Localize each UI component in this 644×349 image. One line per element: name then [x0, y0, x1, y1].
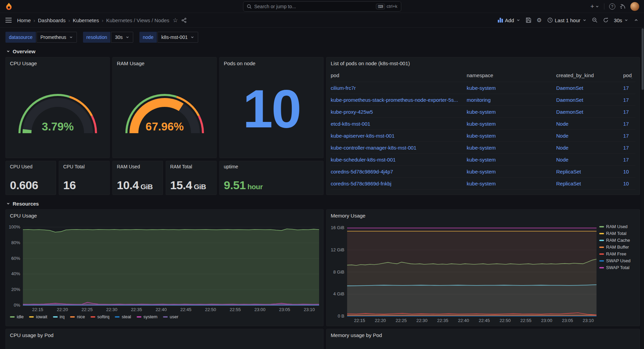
panel-title[interactable]: CPU Usage	[6, 57, 109, 69]
hamburger-menu-icon[interactable]	[5, 18, 12, 23]
memory-usage-chart[interactable]: 0 B4 GiB8 GiB12 GiB16 GiB22:1522:2022:25…	[328, 221, 599, 324]
table-cell-link[interactable]: kube-system	[467, 157, 496, 163]
section-resources-toggle[interactable]: Resources	[5, 198, 640, 209]
table-cell-link[interactable]: cilium-frc7r	[331, 85, 356, 91]
help-icon[interactable]: ?	[609, 3, 615, 10]
zoom-out-button[interactable]	[592, 17, 598, 23]
node-select[interactable]: k8s-mst-001	[157, 32, 198, 43]
legend-item[interactable]: RAM Free	[599, 251, 626, 256]
table-cell-link[interactable]: 10	[623, 181, 629, 186]
pods-count-value: 10	[220, 66, 323, 151]
breadcrumb-kubernetes[interactable]: Kubernetes	[73, 17, 99, 23]
table-cell-link[interactable]: 17	[623, 121, 629, 127]
grafana-logo[interactable]	[5, 2, 13, 11]
datasource-select[interactable]: Prometheus	[37, 32, 77, 43]
dashboard-settings-button[interactable]: ⚙	[537, 17, 542, 24]
breadcrumb-dashboards[interactable]: Dashboards	[38, 17, 66, 23]
table-cell-link[interactable]: 17	[623, 145, 629, 151]
search-bar[interactable]: ⌨ ctrl+k	[243, 1, 401, 12]
legend-item[interactable]: SWAP Total	[599, 265, 629, 270]
time-range-picker[interactable]: Last 1 hour	[547, 17, 587, 23]
table-cell-link[interactable]: 17	[623, 133, 629, 139]
legend-item[interactable]: idle	[10, 314, 24, 319]
breadcrumb-home[interactable]: Home	[17, 17, 31, 23]
legend-item[interactable]: RAM Cache	[599, 238, 630, 243]
table-cell-link[interactable]: Node	[556, 121, 568, 127]
table-cell-link[interactable]: kube-system	[467, 169, 496, 174]
panel-title[interactable]: RAM Used	[113, 161, 163, 169]
table-cell-link[interactable]: kube-apiserver-k8s-mst-001	[331, 133, 395, 139]
legend-item[interactable]: user	[163, 314, 178, 319]
legend-item[interactable]: RAM Total	[599, 231, 627, 236]
table-cell-link[interactable]: kube-system	[467, 109, 496, 115]
save-dashboard-button[interactable]	[526, 17, 531, 23]
panel-title[interactable]: RAM Usage	[113, 57, 216, 69]
user-avatar[interactable]	[630, 2, 639, 11]
panel-title[interactable]: CPU Total	[59, 161, 109, 169]
refresh-button[interactable]	[603, 17, 608, 23]
table-header-cell[interactable]: namespace	[467, 72, 556, 78]
favorite-star-icon[interactable]: ☆	[173, 17, 178, 24]
table-cell-link[interactable]: kube-controller-manager-k8s-mst-001	[331, 145, 416, 151]
legend-item[interactable]: iowait	[29, 314, 47, 319]
table-header-cell[interactable]: created_by_kind	[556, 72, 623, 78]
table-cell-link[interactable]: kube-proxy-425w5	[331, 109, 373, 115]
table-cell-link[interactable]: DaemonSet	[556, 109, 583, 115]
legend-item[interactable]: irq	[53, 314, 65, 319]
legend-item[interactable]: RAM Used	[599, 224, 628, 229]
table-cell-link[interactable]: 17	[623, 85, 629, 91]
panel-title[interactable]: CPU usage by Pod	[6, 329, 323, 341]
table-cell-link[interactable]: monitoring	[467, 97, 491, 103]
table-cell-link[interactable]: kube-scheduler-k8s-mst-001	[331, 157, 396, 163]
table-cell-link[interactable]: DaemonSet	[556, 97, 583, 103]
table-cell-link[interactable]: etcd-k8s-mst-001	[331, 121, 370, 127]
section-overview-toggle[interactable]: Overview	[5, 45, 640, 57]
panel-title[interactable]: CPU Used	[6, 161, 56, 169]
panel-title[interactable]: Memory usage by Pod	[327, 329, 640, 341]
panel-title[interactable]: Memory Usage	[327, 210, 640, 221]
page-scrollbar[interactable]	[641, 28, 644, 349]
table-cell-link[interactable]: kube-system	[467, 181, 496, 186]
table-cell-link[interactable]: kube-system	[467, 145, 496, 151]
panel-title[interactable]: RAM Total	[166, 161, 216, 169]
legend-item[interactable]: system	[137, 314, 157, 319]
panel-title[interactable]: uptime	[220, 161, 323, 169]
table-header-cell[interactable]: pod_ip	[623, 72, 632, 78]
table-cell-link[interactable]: DaemonSet	[556, 85, 583, 91]
refresh-interval-picker[interactable]: 30s	[614, 17, 628, 23]
table-cell-link[interactable]: 17	[623, 97, 629, 103]
scrollbar-thumb[interactable]	[642, 28, 644, 90]
table-cell-link[interactable]: Node	[556, 157, 568, 163]
resolution-select[interactable]: 30s	[111, 32, 133, 43]
table-cell-link[interactable]: kube-system	[467, 133, 496, 139]
legend-item[interactable]: RAM Buffer	[599, 245, 629, 250]
table-cell-link[interactable]: Node	[556, 145, 568, 151]
legend-item[interactable]: softirq	[91, 314, 109, 319]
panel-memory-usage-chart: Memory Usage 0 B4 GiB8 GiB12 GiB16 GiB22…	[326, 209, 640, 326]
table-cell-link[interactable]: 17	[623, 157, 629, 163]
table-cell-link[interactable]: kube-system	[467, 121, 496, 127]
panel-title[interactable]: List of pods on node (k8s-mst-001)	[327, 57, 640, 69]
table-cell-link[interactable]: kube-system	[467, 85, 496, 91]
news-rss-icon[interactable]	[620, 4, 626, 9]
new-menu-button[interactable]: +	[590, 3, 599, 10]
series-color-swatch	[10, 316, 15, 318]
add-panel-button[interactable]: Add	[498, 17, 520, 23]
table-cell-link[interactable]: kube-prometheus-stack-prometheus-node-ex…	[331, 97, 458, 103]
table-cell-link[interactable]: ReplicaSet	[556, 181, 581, 186]
table-cell-link[interactable]: 10	[623, 169, 629, 174]
share-icon[interactable]	[181, 18, 187, 23]
table-cell-link[interactable]: Node	[556, 133, 568, 139]
cpu-usage-chart[interactable]: 0%20%40%60%80%100%22:1522:2022:2522:3022…	[7, 221, 322, 313]
legend-item[interactable]: SWAP Used	[599, 258, 631, 263]
search-input[interactable]	[254, 4, 373, 9]
table-header-cell[interactable]: pod	[331, 72, 467, 78]
table-cell-link[interactable]: 17	[623, 109, 629, 115]
table-cell-link[interactable]: coredns-5d78c9869d-fnkbj	[331, 181, 392, 186]
collapse-controls-button[interactable]	[634, 18, 639, 23]
table-cell-link[interactable]: coredns-5d78c9869d-4j4p7	[331, 169, 393, 174]
panel-title[interactable]: CPU Usage	[6, 210, 323, 221]
legend-item[interactable]: steal	[115, 314, 131, 319]
table-cell-link[interactable]: ReplicaSet	[556, 169, 581, 174]
legend-item[interactable]: nice	[70, 314, 85, 319]
